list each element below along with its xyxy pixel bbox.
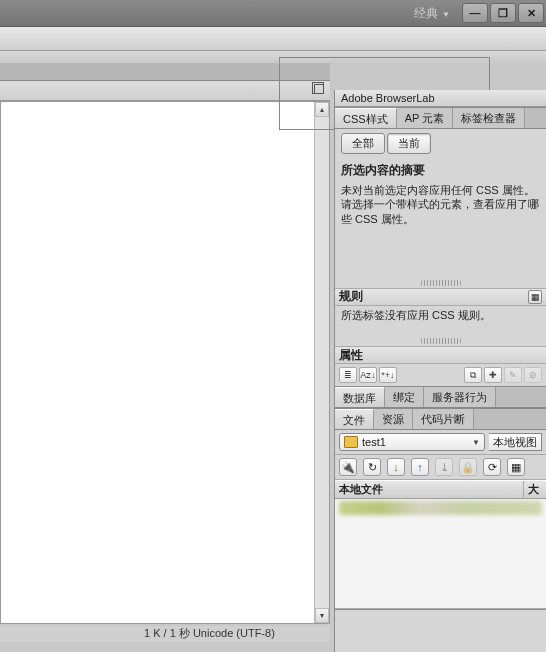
chevron-down-icon: ▼ <box>472 438 480 447</box>
files-panel: 文件 资源 代码片断 test1 ▼ 本地视图 🔌 ↻ ↓ ↑ ⤓ 🔒 ⟳ ▦ … <box>335 409 546 610</box>
view-select[interactable]: 本地视图 <box>489 433 542 451</box>
rules-body: 所选标签没有应用 CSS 规则。 <box>335 306 546 328</box>
tab-server-behaviors[interactable]: 服务器行为 <box>424 387 496 407</box>
tab-snippets[interactable]: 代码片断 <box>413 409 474 429</box>
rules-heading: 规则 <box>339 288 363 305</box>
status-bar: 1 K / 1 秒 Unicode (UTF-8) <box>0 626 330 642</box>
site-name: test1 <box>362 436 386 448</box>
panel-resize-grip-2[interactable] <box>421 338 461 344</box>
get-icon[interactable]: ↓ <box>387 458 405 476</box>
sync-icon[interactable]: ⟳ <box>483 458 501 476</box>
panel-resize-grip[interactable] <box>421 280 461 286</box>
col-size[interactable]: 大 <box>524 481 546 498</box>
new-rule-icon[interactable]: ✚ <box>484 367 502 383</box>
workspace-switcher[interactable]: 经典▼ <box>408 3 456 24</box>
files-header[interactable]: 本地文件 大 <box>335 480 546 499</box>
tab-files[interactable]: 文件 <box>335 409 374 429</box>
css-mode-current[interactable]: 当前 <box>387 133 431 154</box>
close-button[interactable]: ✕ <box>518 3 544 23</box>
browserlab-panel: Adobe BrowserLab <box>335 90 546 108</box>
checkout-icon: ⤓ <box>435 458 453 476</box>
sort-az-icon[interactable]: Aᴢ↓ <box>359 367 377 383</box>
minimize-button[interactable]: — <box>462 3 488 23</box>
css-mode-all[interactable]: 全部 <box>341 133 385 154</box>
tab-css-styles[interactable]: CSS样式 <box>335 108 397 128</box>
rules-options-icon[interactable]: ▦ <box>528 290 542 304</box>
connect-icon[interactable]: 🔌 <box>339 458 357 476</box>
restore-window-icon[interactable] <box>314 84 324 94</box>
css-styles-panel: CSS样式 AP 元素 标签检查器 全部 当前 所选内容的摘要 未对当前选定内容… <box>335 108 546 387</box>
col-local-files[interactable]: 本地文件 <box>335 481 524 498</box>
document-toolbar <box>0 81 330 101</box>
app-toolbar-1 <box>0 27 546 51</box>
summary-body: 未对当前选定内容应用任何 CSS 属性。 请选择一个带样式的元素，查看应用了哪些… <box>335 181 546 232</box>
document-tab-bar[interactable] <box>0 63 330 81</box>
checkin-icon: 🔒 <box>459 458 477 476</box>
app-toolbar-2 <box>0 51 546 63</box>
scroll-up-icon[interactable]: ▴ <box>315 102 329 117</box>
tab-ap-elements[interactable]: AP 元素 <box>397 108 454 128</box>
edit-rule-icon: ✎ <box>504 367 522 383</box>
cascade-icon[interactable]: ≣ <box>339 367 357 383</box>
files-tree[interactable] <box>335 499 546 609</box>
site-select[interactable]: test1 ▼ <box>339 433 485 451</box>
folder-icon <box>344 436 358 448</box>
props-heading: 属性 <box>339 347 363 364</box>
restore-button[interactable]: ❐ <box>490 3 516 23</box>
disable-rule-icon: ⊘ <box>524 367 542 383</box>
tab-tag-inspector[interactable]: 标签检查器 <box>453 108 525 128</box>
expand-icon[interactable]: ▦ <box>507 458 525 476</box>
panel-column: Adobe BrowserLab CSS样式 AP 元素 标签检查器 全部 当前… <box>334 90 546 652</box>
put-icon[interactable]: ↑ <box>411 458 429 476</box>
tab-assets[interactable]: 资源 <box>374 409 413 429</box>
files-toolbar: 🔌 ↻ ↓ ↑ ⤓ 🔒 ⟳ ▦ <box>335 455 546 480</box>
attach-style-icon[interactable]: ⧉ <box>464 367 482 383</box>
tab-bindings[interactable]: 绑定 <box>385 387 424 407</box>
vertical-scrollbar[interactable]: ▴ ▾ <box>314 102 329 623</box>
refresh-icon[interactable]: ↻ <box>363 458 381 476</box>
title-bar: 经典▼ — ❐ ✕ <box>0 0 546 27</box>
scroll-down-icon[interactable]: ▾ <box>315 608 329 623</box>
list-item <box>335 499 546 517</box>
panel-title-browserlab[interactable]: Adobe BrowserLab <box>335 90 546 107</box>
document-area: ▴ ▾ 1 K / 1 秒 Unicode (UTF-8) <box>0 63 330 642</box>
design-canvas[interactable]: ▴ ▾ <box>0 101 330 624</box>
summary-heading: 所选内容的摘要 <box>335 158 546 181</box>
css-tab-row: CSS样式 AP 元素 标签检查器 <box>335 108 546 129</box>
props-toolbar: ≣ Aᴢ↓ *+↓ ⧉ ✚ ✎ ⊘ <box>335 364 546 386</box>
bindings-panel: 数据库 绑定 服务器行为 <box>335 387 546 409</box>
set-props-icon[interactable]: *+↓ <box>379 367 397 383</box>
tab-databases[interactable]: 数据库 <box>335 387 385 407</box>
chevron-down-icon: ▼ <box>442 10 450 19</box>
